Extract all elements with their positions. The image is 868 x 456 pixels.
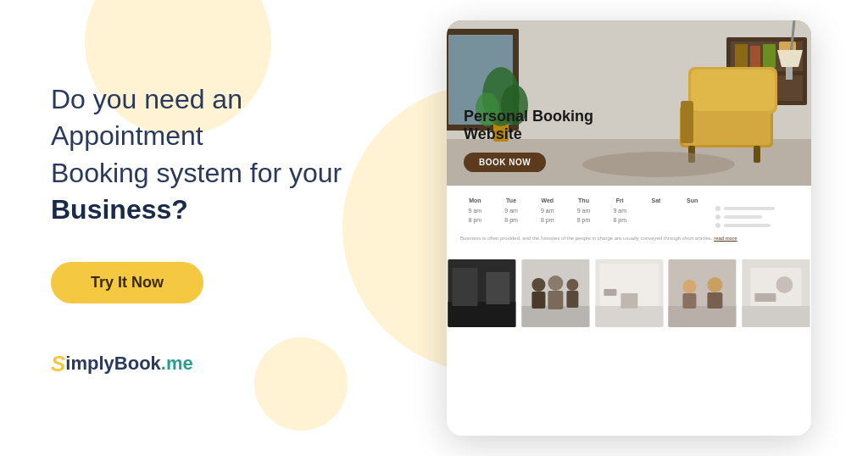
mock-day-wed: Wed 9 am8 pm: [532, 197, 562, 228]
mock-gallery: [447, 259, 811, 327]
svg-point-56: [776, 276, 793, 293]
svg-marker-27: [777, 50, 803, 67]
page: Do you need an Appointment Booking syste…: [0, 0, 868, 456]
mock-gallery-item-5: [741, 259, 811, 327]
logo-text-main: implyBook.me: [65, 353, 192, 375]
svg-rect-24: [754, 146, 760, 163]
mock-read-more-link[interactable]: read more: [714, 236, 737, 241]
right-panel: Personal Booking Website BOOK NOW Mon 9 …: [407, 0, 868, 456]
svg-rect-57: [755, 293, 776, 302]
svg-point-36: [531, 278, 545, 292]
left-panel: Do you need an Appointment Booking syste…: [0, 0, 407, 456]
svg-point-49: [683, 280, 697, 293]
svg-rect-54: [743, 306, 810, 327]
svg-rect-43: [595, 306, 663, 327]
mock-days-grid: Mon 9 am8 pm Tue 9 am8 pm Wed 9 am8 pm: [460, 197, 707, 228]
svg-rect-45: [620, 293, 637, 309]
svg-rect-52: [708, 292, 723, 309]
mock-line-2: [724, 215, 762, 219]
mock-hero-section: Personal Booking Website BOOK NOW: [447, 20, 811, 186]
mock-gallery-item-3: [594, 259, 665, 327]
mock-lines: [724, 197, 798, 228]
headline-bold: Business?: [51, 194, 188, 225]
mock-book-now-button[interactable]: BOOK NOW: [464, 153, 546, 172]
mock-hero-content: Personal Booking Website BOOK NOW: [464, 108, 593, 172]
mock-gallery-item-4: [667, 259, 737, 327]
svg-rect-25: [681, 101, 693, 143]
svg-rect-28: [786, 67, 793, 80]
headline-line1: Do you need an Appointment: [51, 84, 242, 151]
mock-dot-1: [715, 206, 721, 211]
svg-point-38: [548, 275, 563, 291]
mock-sidebar-lines: [709, 197, 798, 228]
mock-line-1: [724, 207, 775, 210]
mock-dots: [715, 197, 721, 228]
mock-schedule-section: Mon 9 am8 pm Tue 9 am8 pm Wed 9 am8 pm: [447, 186, 811, 259]
mock-day-mon: Mon 9 am8 pm: [460, 197, 490, 228]
mock-dot-3: [715, 223, 721, 228]
mock-gallery-item-2: [520, 259, 591, 327]
mock-day-sun: Sun: [677, 197, 707, 228]
svg-point-29: [582, 152, 735, 177]
svg-rect-39: [548, 291, 563, 309]
svg-rect-41: [566, 291, 578, 308]
svg-point-51: [708, 277, 723, 292]
svg-rect-33: [486, 272, 509, 304]
svg-rect-7: [750, 46, 760, 68]
svg-rect-37: [531, 292, 545, 309]
svg-rect-22: [691, 70, 775, 111]
mock-line-3: [724, 224, 771, 227]
mock-day-sat: Sat: [642, 197, 671, 228]
mock-gallery-item-1: [447, 259, 517, 327]
mock-schedule-content: Mon 9 am8 pm Tue 9 am8 pm Wed 9 am8 pm: [460, 197, 798, 228]
mock-day-thu: Thu 9 am8 pm: [569, 197, 598, 228]
mock-description-text: Business is often provided, and the hist…: [460, 235, 798, 242]
svg-rect-6: [735, 44, 748, 68]
svg-rect-48: [669, 306, 737, 327]
mock-hero-title: Personal Booking Website: [464, 108, 593, 144]
headline-line2: Booking system for your: [51, 158, 342, 188]
logo-simply: implyBook: [65, 353, 160, 374]
mock-day-tue: Tue 9 am8 pm: [497, 197, 526, 228]
svg-rect-8: [763, 44, 776, 68]
svg-point-40: [566, 279, 578, 291]
svg-rect-32: [452, 268, 477, 306]
mock-day-fri: Fri 9 am8 pm: [605, 197, 635, 228]
mock-dot-2: [715, 214, 721, 220]
logo: S implyBook.me: [51, 353, 356, 375]
logo-dot-me: .me: [161, 353, 193, 374]
try-it-now-button[interactable]: Try It Now: [51, 262, 203, 303]
mock-browser: Personal Booking Website BOOK NOW Mon 9 …: [447, 20, 811, 436]
headline: Do you need an Appointment Booking syste…: [51, 81, 356, 228]
svg-rect-46: [604, 289, 616, 296]
svg-rect-50: [683, 293, 697, 309]
logo-s-letter: S: [51, 353, 65, 375]
